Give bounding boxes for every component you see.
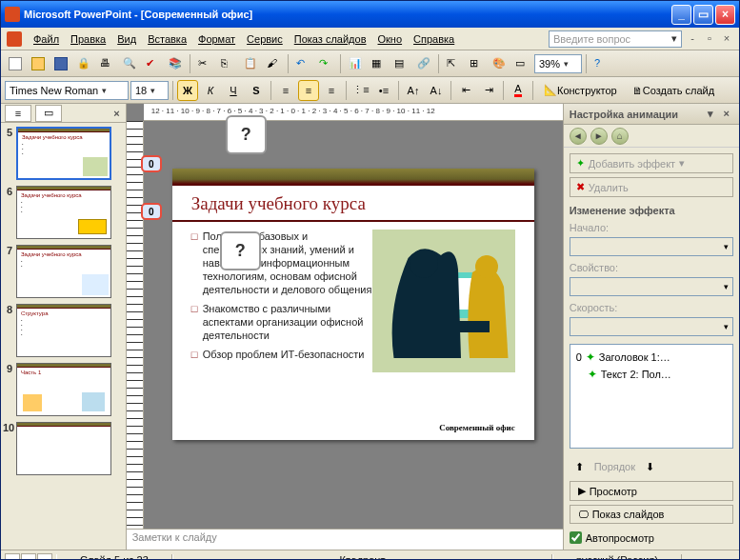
- menu-window[interactable]: Окно: [372, 31, 409, 47]
- save-button[interactable]: [50, 53, 71, 74]
- notes-pane[interactable]: Заметки к слайду: [127, 529, 563, 550]
- permission-button[interactable]: 🔒: [73, 53, 94, 74]
- thumb-9[interactable]: 9Часть 1: [3, 363, 124, 416]
- zoom-fit-button[interactable]: ▭: [511, 53, 532, 74]
- decrease-indent-button[interactable]: ⇤: [455, 80, 476, 101]
- move-up-button[interactable]: ⬆: [570, 456, 590, 477]
- align-center-button[interactable]: ≡: [298, 80, 319, 101]
- property-combo[interactable]: [570, 277, 733, 296]
- doc-minimize[interactable]: -: [686, 32, 699, 46]
- thumb-6[interactable]: 6Задачи учебного курса•••: [3, 186, 124, 239]
- color-button[interactable]: 🎨: [489, 53, 510, 74]
- close-panel-button[interactable]: ×: [113, 108, 119, 119]
- bullet-2[interactable]: Знакомство с различными аспектами органи…: [191, 302, 372, 342]
- menu-view[interactable]: Вид: [111, 31, 142, 47]
- print-button[interactable]: 🖶: [96, 53, 117, 74]
- grid-button[interactable]: ⊞: [466, 53, 487, 74]
- bullet-1[interactable]: Получение базовых и специальных знаний, …: [191, 230, 372, 296]
- research-button[interactable]: 📚: [165, 53, 186, 74]
- increase-indent-button[interactable]: ⇥: [478, 80, 499, 101]
- sorter-view-button[interactable]: [21, 553, 36, 561]
- underline-button[interactable]: Ч: [223, 80, 244, 101]
- redo-button[interactable]: ↷: [315, 53, 336, 74]
- hyperlink-button[interactable]: 🔗: [413, 53, 434, 74]
- move-down-button[interactable]: ⬇: [639, 456, 660, 477]
- align-right-button[interactable]: ≡: [321, 80, 342, 101]
- close-button[interactable]: ×: [715, 5, 735, 25]
- menu-format[interactable]: Формат: [192, 31, 241, 47]
- autopreview-checkbox[interactable]: Автопросмотр: [570, 531, 733, 544]
- slides-tab[interactable]: ▭: [35, 105, 62, 122]
- effect-item-1[interactable]: ✦Текст 2: Пол…: [574, 366, 729, 383]
- slide[interactable]: Задачи учебного курса Получение базовых …: [172, 169, 534, 440]
- menu-edit[interactable]: Правка: [65, 31, 111, 47]
- effects-list[interactable]: 0✦Заголовок 1:… ✦Текст 2: Пол…: [570, 344, 733, 449]
- expand-button[interactable]: ⇱: [443, 53, 464, 74]
- slide-bullets[interactable]: Получение базовых и специальных знаний, …: [191, 230, 372, 372]
- delete-effect-button[interactable]: ✖Удалить: [570, 177, 733, 197]
- open-button[interactable]: [28, 53, 49, 74]
- slideshow-button[interactable]: 🖵 Показ слайдов: [570, 505, 733, 524]
- numbering-button[interactable]: ⋮≡: [350, 80, 371, 101]
- shadow-button[interactable]: S: [246, 80, 267, 101]
- add-effect-button[interactable]: ✦Добавить эффект ▾: [570, 153, 733, 173]
- thumb-8[interactable]: 8Структура••••: [3, 304, 124, 357]
- italic-button[interactable]: К: [200, 80, 221, 101]
- thumb-10[interactable]: 10: [3, 422, 124, 475]
- font-size-combo[interactable]: 18: [130, 81, 169, 100]
- nav-back-button[interactable]: ◄: [570, 128, 587, 145]
- outline-tab[interactable]: ≡: [5, 105, 31, 122]
- effect-item-0[interactable]: 0✦Заголовок 1:…: [574, 349, 729, 366]
- spelling-button[interactable]: ✔: [142, 53, 163, 74]
- animation-tag-title[interactable]: 0: [141, 155, 162, 172]
- align-left-button[interactable]: ≡: [275, 80, 296, 101]
- thumb-5[interactable]: 5Задачи учебного курса•••: [3, 127, 124, 180]
- new-slide-button[interactable]: 🗎 Создать слайд: [626, 80, 721, 101]
- start-combo[interactable]: [570, 237, 733, 256]
- bold-button[interactable]: Ж: [177, 80, 198, 101]
- menu-file[interactable]: Файл: [28, 31, 65, 47]
- task-pane-header[interactable]: Настройка анимации: [564, 104, 739, 125]
- normal-view-button[interactable]: [5, 553, 20, 561]
- thumb-7[interactable]: 7Задачи учебного курса••: [3, 245, 124, 298]
- menu-slideshow[interactable]: Показ слайдов: [289, 31, 372, 47]
- font-color-button[interactable]: A: [508, 80, 529, 101]
- zoom-combo[interactable]: 39%: [534, 54, 582, 73]
- paste-button[interactable]: 📋: [240, 53, 261, 74]
- help-button[interactable]: ?: [590, 53, 611, 74]
- nav-forward-button[interactable]: ►: [590, 128, 608, 145]
- nav-home-button[interactable]: ⌂: [611, 128, 629, 145]
- clipart-image[interactable]: [372, 230, 515, 372]
- preview-button[interactable]: 🔍: [119, 53, 140, 74]
- new-button[interactable]: [5, 53, 26, 74]
- table-button[interactable]: ▦: [368, 53, 389, 74]
- bullets-button[interactable]: •≡: [373, 80, 394, 101]
- menu-insert[interactable]: Вставка: [142, 31, 192, 47]
- menu-service[interactable]: Сервис: [241, 31, 289, 47]
- minimize-button[interactable]: _: [671, 5, 691, 25]
- format-painter-button[interactable]: 🖌: [263, 53, 284, 74]
- tables-borders-button[interactable]: ▤: [390, 53, 411, 74]
- decrease-font-button[interactable]: A↓: [426, 80, 447, 101]
- design-button[interactable]: 📐 Конструктор: [537, 80, 624, 101]
- undo-button[interactable]: ↶: [292, 53, 313, 74]
- chart-button[interactable]: 📊: [345, 53, 366, 74]
- thumbnails-list[interactable]: 5Задачи учебного курса••• 6Задачи учебно…: [1, 123, 126, 550]
- bullet-3[interactable]: Обзор проблем ИТ-безопасности: [191, 348, 372, 361]
- slideshow-view-button[interactable]: [37, 553, 52, 561]
- increase-font-button[interactable]: A↑: [403, 80, 424, 101]
- doc-restore[interactable]: ▫: [703, 32, 716, 46]
- maximize-button[interactable]: ▭: [693, 5, 713, 25]
- animation-tag-body[interactable]: 0: [141, 203, 162, 220]
- speed-combo[interactable]: [570, 317, 733, 336]
- doc-close[interactable]: ×: [720, 32, 733, 46]
- slide-canvas[interactable]: ? ? 0 0 Задачи учебного курса Получение …: [144, 121, 563, 529]
- preview-button[interactable]: ▶ Просмотр: [570, 481, 733, 501]
- menu-help[interactable]: Справка: [408, 31, 460, 47]
- cut-button[interactable]: ✂: [194, 53, 215, 74]
- slide-title[interactable]: Задачи учебного курса: [172, 186, 534, 220]
- help-search-box[interactable]: Введите вопрос: [549, 30, 682, 48]
- font-combo[interactable]: Times New Roman: [5, 81, 129, 100]
- copy-button[interactable]: ⎘: [217, 53, 238, 74]
- status-language[interactable]: русский (Россия): [552, 554, 682, 561]
